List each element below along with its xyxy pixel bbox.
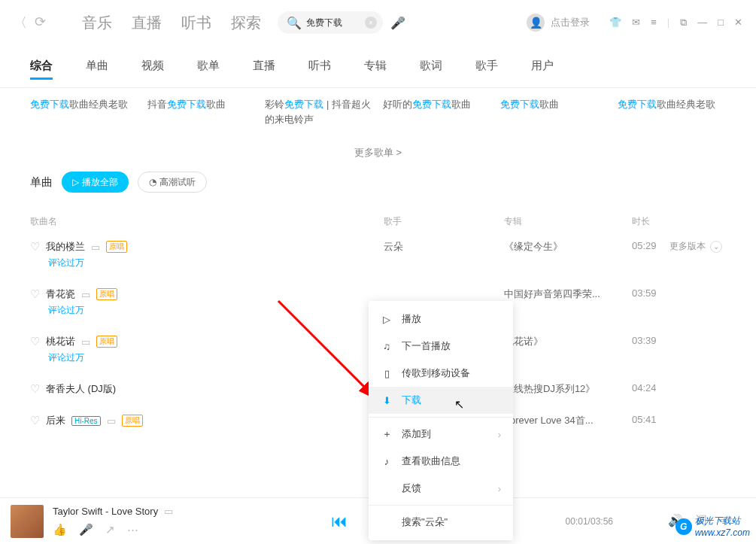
minimize-icon[interactable]: ― [697, 17, 707, 29]
playlist-card[interactable]: 免费下载歌曲经典老歌 [30, 93, 138, 126]
tab-video[interactable]: 视频 [141, 59, 164, 80]
now-playing-title[interactable]: Taylor Swift - Love Story [53, 506, 158, 517]
nav-discover[interactable]: 探索 [231, 13, 261, 33]
prev-track-icon[interactable]: ⏮ [331, 512, 348, 531]
tab-song[interactable]: 单曲 [86, 59, 108, 80]
original-badge: 原唱 [96, 288, 117, 300]
more-icon[interactable]: ⋯ [127, 523, 138, 536]
search-tabs: 综合 单曲 视频 歌单 直播 听书 专辑 歌词 歌手 用户 [0, 45, 756, 88]
mv-icon[interactable]: ▭ [164, 506, 173, 517]
heart-icon[interactable]: ♡ [30, 287, 40, 301]
chevron-down-icon[interactable]: ⌄ [710, 241, 722, 253]
song-artist[interactable]: 云朵 [384, 240, 504, 254]
mv-icon[interactable]: ▭ [81, 336, 90, 348]
mv-icon[interactable]: ▭ [107, 415, 116, 427]
window-icons: 👕 ✉ ≡ | ⧉ ― □ ✕ [609, 17, 742, 29]
song-columns: 歌曲名 歌手 专辑 时长 [0, 199, 756, 231]
play-all-button[interactable]: ▷播放全部 [62, 172, 129, 193]
heart-icon[interactable]: ♡ [30, 240, 40, 254]
ctx-search-artist[interactable]: 搜索"云朵" [369, 509, 513, 536]
nav-audiobook[interactable]: 听书 [181, 13, 211, 33]
song-name: 我的楼兰 [46, 240, 85, 254]
share-icon[interactable]: ↗ [105, 523, 115, 536]
hires-badge: Hi-Res [71, 416, 101, 426]
tab-audiobook[interactable]: 听书 [308, 59, 331, 80]
nav-music[interactable]: 音乐 [82, 13, 112, 33]
heart-icon[interactable]: ♡ [30, 414, 40, 427]
tab-all[interactable]: 综合 [30, 59, 53, 80]
tab-live[interactable]: 直播 [253, 59, 275, 80]
tab-playlist[interactable]: 歌单 [197, 59, 220, 80]
skin-icon[interactable]: 👕 [609, 17, 621, 29]
section-title: 单曲 [30, 175, 53, 190]
ctx-add-to[interactable]: ＋添加到› [369, 421, 513, 448]
chevron-right-icon: › [498, 483, 501, 494]
heart-icon[interactable]: ♡ [30, 335, 40, 348]
playlist-card[interactable]: 彩铃免费下载 | 抖音超火的来电铃声 [265, 93, 373, 126]
original-badge: 原唱 [106, 241, 127, 253]
comment-tag[interactable]: 评论过万 [48, 351, 384, 364]
album-cover[interactable] [11, 505, 44, 538]
sing-icon[interactable]: 🎤 [79, 523, 93, 536]
login-area[interactable]: 👤 点击登录 [527, 14, 590, 32]
playlist-card[interactable]: 好听的免费下载歌曲 [383, 93, 491, 126]
playlist-card[interactable]: 免费下载歌曲经典老歌 [618, 93, 726, 126]
tab-album[interactable]: 专辑 [364, 59, 387, 80]
device-icon: ▯ [381, 368, 393, 379]
back-icon[interactable]: 〈 [14, 14, 27, 32]
col-name: 歌曲名 [30, 215, 384, 228]
tab-user[interactable]: 用户 [531, 59, 554, 80]
comment-tag[interactable]: 评论过万 [48, 257, 384, 269]
tab-artist[interactable]: 歌手 [475, 59, 498, 80]
mv-icon[interactable]: ▭ [81, 289, 90, 300]
context-menu: ▷播放 ♫下一首播放 ▯传歌到移动设备 ⬇下载 ＋添加到› ♪查看歌曲信息 反馈… [369, 301, 513, 540]
download-icon: ⬇ [381, 395, 393, 406]
nav-live[interactable]: 直播 [132, 13, 162, 33]
maximize-icon[interactable]: □ [718, 17, 724, 29]
tab-lyric[interactable]: 歌词 [420, 59, 442, 80]
playlist-cards: 免费下载歌曲经典老歌 抖音免费下载歌曲 彩铃免费下载 | 抖音超火的来电铃声 好… [0, 88, 756, 126]
song-album[interactable]: 桃花诺》 [504, 335, 632, 348]
ctx-download[interactable]: ⬇下载 [369, 387, 513, 414]
playlist-card[interactable]: 免费下载歌曲 [500, 93, 609, 126]
song-album[interactable]: Forever Love 34首... [504, 414, 632, 427]
original-badge: 原唱 [122, 415, 143, 427]
song-name: 青花瓷 [46, 287, 75, 301]
song-album[interactable]: 在线热搜DJ系列12》 [504, 382, 632, 396]
login-label: 点击登录 [551, 16, 590, 29]
ctx-song-info[interactable]: ♪查看歌曲信息 [369, 448, 513, 475]
close-icon[interactable]: ✕ [734, 17, 742, 29]
more-playlists-link[interactable]: 更多歌单 > [0, 146, 756, 160]
comment-tag[interactable]: 评论过万 [48, 304, 384, 317]
ctx-send-device[interactable]: ▯传歌到移动设备 [369, 360, 513, 387]
search-box[interactable]: 🔍 免费下载 × [278, 11, 383, 34]
song-duration: 05:29 [632, 240, 669, 251]
climax-button[interactable]: ◔高潮试听 [138, 172, 207, 193]
ctx-feedback[interactable]: 反馈› [369, 475, 513, 502]
mini-icon[interactable]: ⧉ [680, 17, 687, 29]
ctx-play-next[interactable]: ♫下一首播放 [369, 333, 513, 360]
more-versions[interactable]: 更多版本 [669, 240, 706, 253]
song-album[interactable]: 中国好声音第四季荣... [504, 287, 632, 301]
like-icon[interactable]: 👍 [53, 523, 67, 536]
menu-icon[interactable]: ≡ [651, 17, 657, 29]
history-nav: 〈 ⟳ [14, 14, 46, 32]
clear-search-icon[interactable]: × [365, 17, 377, 29]
song-name: 奢香夫人 (DJ版) [46, 382, 116, 396]
voice-search-icon[interactable]: 🎤 [390, 16, 405, 30]
play-next-icon: ♫ [381, 341, 393, 352]
song-album[interactable]: 《缘定今生》 [504, 240, 632, 254]
refresh-icon[interactable]: ⟳ [35, 14, 46, 32]
chevron-right-icon: › [498, 429, 501, 440]
titlebar: 〈 ⟳ 音乐 直播 听书 探索 🔍 免费下载 × 🎤 👤 点击登录 👕 ✉ ≡ … [0, 0, 756, 45]
heart-icon[interactable]: ♡ [30, 382, 40, 396]
mv-icon[interactable]: ▭ [91, 242, 100, 253]
playlist-card[interactable]: 抖音免费下载歌曲 [147, 93, 256, 126]
song-row[interactable]: ♡我的楼兰▭原唱 评论过万 云朵 《缘定今生》 05:29 更多版本⌄ [0, 231, 756, 278]
search-query: 免费下载 [306, 17, 365, 29]
avatar-icon: 👤 [527, 14, 545, 32]
song-duration: 03:39 [632, 335, 669, 346]
mail-icon[interactable]: ✉ [632, 17, 640, 29]
play-icon: ▷ [381, 314, 393, 325]
ctx-play[interactable]: ▷播放 [369, 305, 513, 333]
